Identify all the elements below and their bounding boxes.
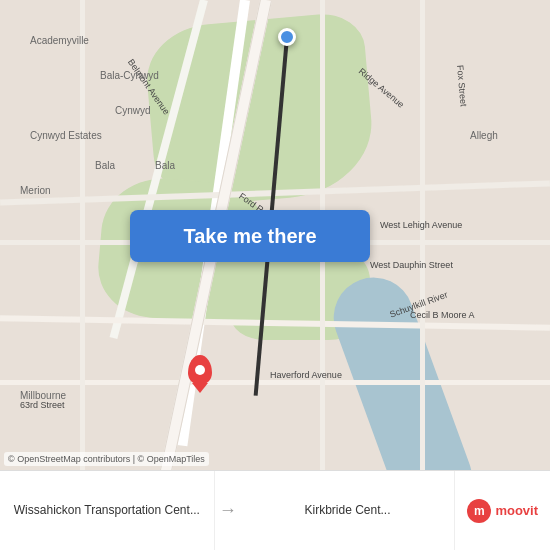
moovit-text: moovit <box>495 503 538 518</box>
neighborhood-label: Merion <box>20 185 51 196</box>
map-attribution: © OpenStreetMap contributors | © OpenMap… <box>4 452 209 466</box>
street-label: West Lehigh Avenue <box>380 220 462 230</box>
map-view: Belmont AvenueRidge AvenueFox StreetFord… <box>0 0 550 470</box>
neighborhood-label: Bala <box>155 160 175 171</box>
to-location-item[interactable]: Kirkbride Cent... <box>241 471 456 550</box>
street-line <box>80 0 85 470</box>
moovit-icon: m <box>467 499 491 523</box>
arrow-separator: → <box>215 500 241 521</box>
moovit-logo: m moovit <box>455 491 550 531</box>
from-location-item[interactable]: Wissahickon Transportation Cent... <box>0 471 215 550</box>
from-location-label: Wissahickon Transportation Cent... <box>14 503 200 519</box>
street-line <box>420 0 425 470</box>
take-me-there-label: Take me there <box>183 225 316 248</box>
street-label: Haverford Avenue <box>270 370 342 380</box>
neighborhood-label: Bala <box>95 160 115 171</box>
origin-marker <box>278 28 296 46</box>
neighborhood-label: Millbourne <box>20 390 66 401</box>
street-label: Cecil B Moore A <box>410 310 475 320</box>
destination-pin <box>188 355 212 385</box>
destination-pin-inner <box>195 365 205 375</box>
neighborhood-label: Allegh <box>470 130 498 141</box>
neighborhood-label: Cynwyd <box>115 105 151 116</box>
street-label: West Dauphin Street <box>370 260 453 270</box>
to-location-label: Kirkbride Cent... <box>305 503 391 519</box>
take-me-there-button[interactable]: Take me there <box>130 210 370 262</box>
arrow-icon: → <box>219 500 237 520</box>
neighborhood-label: Academyville <box>30 35 89 46</box>
neighborhood-label: Cynwyd Estates <box>30 130 102 141</box>
attribution-text: © OpenStreetMap contributors | © OpenMap… <box>8 454 205 464</box>
street-label: 63rd Street <box>20 400 65 410</box>
destination-marker <box>188 355 212 385</box>
bottom-bar: Wissahickon Transportation Cent... → Kir… <box>0 470 550 550</box>
neighborhood-label: Bala-Cynwyd <box>100 70 159 81</box>
moovit-icon-letter: m <box>474 504 485 518</box>
